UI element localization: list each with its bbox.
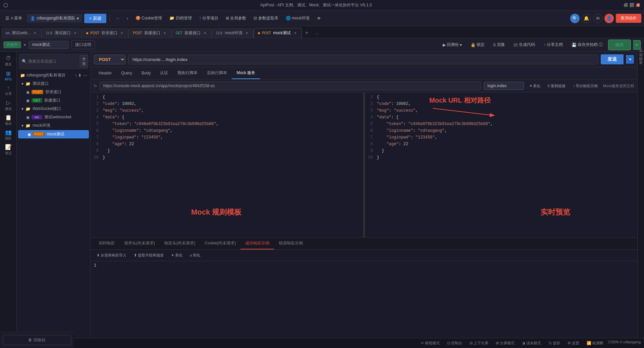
pencil-mode-button[interactable]: ✏ 稿笔模式 xyxy=(418,340,442,346)
message-button[interactable]: ✉ xyxy=(593,14,602,23)
tab-close-mock[interactable]: ✕ xyxy=(293,31,298,36)
tab-close-login[interactable]: ✕ xyxy=(119,31,124,36)
close-button[interactable]: ✕ xyxy=(636,3,641,8)
share-button[interactable]: ↑ 分享项目 xyxy=(197,14,221,22)
tab-name-input[interactable] xyxy=(29,41,69,49)
more-button[interactable]: ··· xyxy=(113,15,122,22)
sidebar-icon-recent[interactable]: ⏱ 最近 xyxy=(2,54,15,68)
notification-button[interactable]: 🔔 xyxy=(582,14,591,23)
cookie-button[interactable]: 🍪 Cookie管理 xyxy=(133,14,165,22)
mock-template-editor[interactable]: 1 { 2 "code": 10002, 3 "msg": "success", xyxy=(91,93,364,237)
params-extract-button[interactable]: ⊟ 参数提取库 xyxy=(251,14,281,22)
tab-pre-script[interactable]: 预执行脚本 xyxy=(173,67,202,79)
tab-post-login[interactable]: POST 登录接口 ✕ xyxy=(82,28,128,38)
tree-item-post-login[interactable]: ◉ POST 登录接口 xyxy=(17,88,90,96)
lock-button[interactable]: 🔒 锁定 xyxy=(467,41,488,49)
tab-post-mock[interactable]: POST mock测试 ✕ xyxy=(254,28,302,38)
tab-dir-mock[interactable]: 目录 mock环境 ✕ xyxy=(212,28,254,38)
tab-close-get[interactable]: ✕ xyxy=(203,31,207,36)
save-push-button[interactable]: 💾 保存并拍档 ⓘ xyxy=(568,41,606,49)
extract-fields-button[interactable]: ⬆ 提取字段和描述 xyxy=(131,252,166,259)
folder-mock-env[interactable]: ▾ 📁 mock环境 xyxy=(17,121,90,130)
tree-item-post-mock[interactable]: ◉ POST mock测试 xyxy=(18,130,89,138)
tab-body[interactable]: Body xyxy=(137,68,155,79)
tab-success-example[interactable]: 成功响应示例 xyxy=(240,238,274,249)
sidebar-icon-notes[interactable]: 📝 笔记 xyxy=(2,143,15,156)
tab-mock-service[interactable]: Mock 服务 xyxy=(232,67,260,79)
right-side-label-1[interactable]: 字 xyxy=(638,54,643,57)
tab-cookie[interactable]: Cookie(尚未请求) xyxy=(200,238,240,249)
split-mode-button[interactable]: ⊞ 分屏模式 xyxy=(493,340,517,346)
global-params-button[interactable]: ⊞ 全局参数 xyxy=(223,14,249,22)
send-button[interactable]: 发送 xyxy=(601,54,624,64)
save-dropdown-button[interactable]: ▾ xyxy=(633,40,641,50)
sidebar-icon-share[interactable]: ↑ 分享 xyxy=(2,84,15,97)
right-side-label-2[interactable]: 段 xyxy=(638,58,643,61)
tree-item-ws-test[interactable]: ◉ ws 测试websocket xyxy=(17,113,90,121)
back-button[interactable]: ‹ xyxy=(124,15,131,22)
login-button[interactable]: 查消动作 xyxy=(616,14,641,23)
tab-request-headers[interactable]: 请求头(尚未请求) xyxy=(119,238,160,249)
sidebar-icon-team[interactable]: 👥 团队 xyxy=(2,128,15,141)
refresh-icon[interactable]: ↻ xyxy=(94,84,97,88)
tab-post-new[interactable]: POST 新建接口 ✕ xyxy=(128,28,171,38)
play-mode-button[interactable]: Tr 放弃 xyxy=(546,340,563,346)
tab-close-ws[interactable]: ✕ xyxy=(33,31,37,36)
sidebar-icon-project[interactable]: 📋 项目 xyxy=(2,113,15,127)
mock-doc-link[interactable]: Mock服务使用文档 xyxy=(603,83,634,89)
copy-link-button[interactable]: ⎘ 复制链接 xyxy=(545,82,568,90)
tab-auth[interactable]: 认证 xyxy=(155,67,173,79)
tree-search-input[interactable] xyxy=(28,59,78,64)
tree-item-get-new[interactable]: ◉ GET 新建接口 xyxy=(17,96,90,105)
tab-realtime-response[interactable]: 实时响应 xyxy=(94,238,119,249)
replay-button[interactable]: ▶ 回溯份 ▾ xyxy=(439,41,465,49)
url-input[interactable] xyxy=(128,55,598,64)
send-dropdown-button[interactable]: ▾ xyxy=(626,55,634,64)
method-select[interactable]: POST GET PUT DELETE xyxy=(94,55,125,64)
mock-env-button[interactable]: 🌐 mock环境 xyxy=(283,14,312,22)
menu-button[interactable]: ☰ ≡ 菜单 xyxy=(3,14,25,22)
beautify-bottom-button[interactable]: ✦ 美化 xyxy=(168,252,185,259)
tab-response-headers[interactable]: 响应头(尚未请求) xyxy=(160,238,200,249)
filter-dropdown[interactable]: 全部 xyxy=(80,55,88,67)
archive-button[interactable]: 📁 归档管理 xyxy=(167,14,194,22)
detect-button[interactable]: 📶 检测断 xyxy=(584,340,606,346)
sidebar-icon-apis[interactable]: ⊞ APIs xyxy=(2,69,15,82)
tab-close-dir-mock[interactable]: ✕ xyxy=(245,31,249,36)
doc-button[interactable]: 接口说明 xyxy=(71,40,95,49)
right-side-label-3[interactable]: 描 xyxy=(638,62,643,65)
tab-query[interactable]: Query xyxy=(116,68,137,79)
download-icon[interactable]: ⬇ xyxy=(78,73,82,78)
tab-header[interactable]: Header xyxy=(94,68,116,79)
gray-mode-button[interactable]: ◑ 淡灰模式 xyxy=(519,340,544,346)
new-button[interactable]: + 新建 xyxy=(84,14,106,23)
tab-more-button[interactable]: ··· xyxy=(312,29,322,38)
share-icon3[interactable]: ↑ xyxy=(75,73,77,78)
tab-add-button[interactable]: + xyxy=(302,28,312,38)
save-button[interactable]: 保存 xyxy=(608,40,631,50)
share-doc-button[interactable]: ↑ 分享文档 xyxy=(540,41,566,49)
settings-button[interactable]: ⚙ 设置 xyxy=(565,340,582,346)
beautify-button[interactable]: ✦ 美化 xyxy=(527,82,543,90)
simplify-button[interactable]: ≡ 简化 xyxy=(187,252,203,259)
mock-name-input[interactable] xyxy=(484,82,524,90)
right-side-label-4[interactable]: 述 xyxy=(638,66,643,69)
team-header[interactable]: 📁 cdtaogang的私有项目 ↑ ⬇ ⋯ xyxy=(17,71,90,79)
eye-button[interactable]: 👁 xyxy=(314,15,324,22)
team-selector[interactable]: 👤 cdtaogang的私有团队 ▾ xyxy=(27,14,82,22)
avatar-button[interactable]: 👤 xyxy=(604,14,614,23)
tab-post-script[interactable]: 后执行脚本 xyxy=(202,67,232,79)
import-from-response-button[interactable]: ⬇ 从现有响应导入 xyxy=(94,252,129,259)
console-button[interactable]: ⊡ 控制台 xyxy=(444,340,465,346)
tab-dir-test[interactable]: 目录 测试接口 ✕ xyxy=(42,28,82,38)
split-screen-button[interactable]: ⊟ 上下分屏 xyxy=(467,340,491,346)
export-example-button[interactable]: ↑ 导出响应示例 xyxy=(570,82,600,90)
clone-button[interactable]: ⎘ 克隆 xyxy=(490,41,508,49)
search-global-button[interactable]: 🔍 xyxy=(570,14,580,23)
maximize-button[interactable]: □ xyxy=(630,3,635,8)
minimize-button[interactable]: — xyxy=(624,3,629,8)
tab-get-new[interactable]: GET 新建接口 ✕ xyxy=(171,28,212,38)
tab-ws-test[interactable]: ws 测试web... ✕ xyxy=(1,28,42,38)
tab-close-new[interactable]: ✕ xyxy=(162,31,167,36)
sidebar-icon-test[interactable]: ▷ 测试 xyxy=(2,99,15,112)
